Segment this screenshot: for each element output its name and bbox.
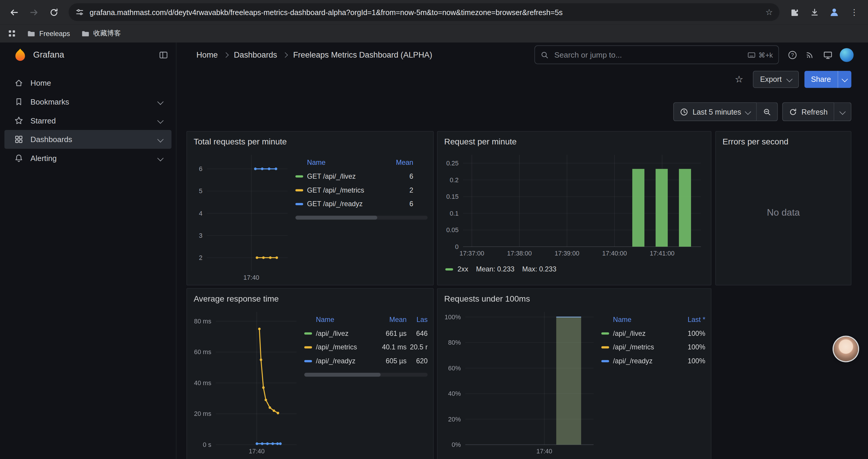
sidebar-item-home[interactable]: Home — [4, 73, 172, 93]
legend-value: 620 — [406, 357, 428, 365]
series-color-marker — [304, 332, 312, 334]
legend-row[interactable]: GET /api/_/readyz6 — [296, 197, 428, 211]
download-button[interactable] — [805, 3, 824, 22]
legend-series-name: /api/_/readyz — [613, 357, 667, 365]
legend-scrollbar[interactable] — [304, 373, 428, 376]
sidebar-item-label: Starred — [30, 116, 56, 125]
folder-icon — [27, 29, 35, 37]
chart-request-per-minute[interactable]: 17:37:0017:38:0017:39:0017:40:0017:41:00… — [443, 150, 706, 262]
svg-text:0 s: 0 s — [203, 441, 212, 448]
panel-title[interactable]: Errors per second — [716, 132, 851, 151]
back-button[interactable] — [4, 3, 23, 22]
forward-button[interactable] — [24, 3, 43, 22]
chevron-down-icon[interactable] — [157, 136, 163, 142]
url-text[interactable]: grafana.mathmast.com/d/deytv4rwavabkb/fr… — [90, 8, 760, 16]
floating-avatar[interactable] — [834, 337, 858, 361]
legend-scrollbar-thumb[interactable] — [304, 373, 381, 376]
svg-text:17:41:00: 17:41:00 — [650, 250, 675, 257]
extensions-button[interactable] — [785, 3, 804, 22]
reload-button[interactable] — [44, 3, 63, 22]
refresh-interval-button[interactable] — [834, 102, 851, 121]
keyboard-icon — [747, 51, 756, 58]
legend-column-header[interactable]: Name — [296, 159, 383, 166]
help-button[interactable]: ? — [783, 45, 801, 64]
svg-text:3: 3 — [199, 232, 203, 239]
svg-text:17:40: 17:40 — [536, 448, 552, 455]
display-monitor-button[interactable] — [819, 45, 836, 64]
bookmark-icon — [14, 97, 23, 106]
legend-column-header[interactable]: Mean — [383, 159, 413, 166]
site-info-icon[interactable] — [75, 8, 84, 17]
legend-row[interactable]: GET /api/_/livez6 — [296, 169, 428, 183]
legend-row[interactable]: /api/_/metrics100% — [601, 340, 705, 354]
news-rss-button[interactable] — [801, 45, 819, 64]
address-bar[interactable]: grafana.mathmast.com/d/deytv4rwavabkb/fr… — [68, 3, 779, 21]
browser-menu-button[interactable]: ⋮ — [845, 3, 864, 22]
svg-text:2: 2 — [199, 254, 203, 261]
breadcrumb-home[interactable]: Home — [196, 50, 218, 59]
collapse-sidebar-icon[interactable] — [159, 50, 168, 59]
share-button[interactable]: Share — [804, 71, 838, 88]
breadcrumb-separator-icon — [223, 52, 229, 58]
legend-column-header[interactable]: Mean — [371, 316, 406, 323]
legend-column-header[interactable]: Last * — [666, 316, 705, 323]
sidebar-item-dashboards[interactable]: Dashboards — [4, 130, 172, 149]
legend-series-name: GET /api/_/metrics — [307, 186, 383, 194]
legend-row[interactable]: /api/_/livez100% — [601, 326, 705, 340]
search-bar[interactable]: ⌘+k — [534, 45, 779, 64]
brand-title: Grafana — [33, 50, 64, 60]
legend-request-per-minute[interactable]: 2xxMean: 0.233Max: 0.233 — [443, 262, 706, 277]
chart-requests-under-100ms[interactable]: 17:40100%80%60%40%20%0% — [443, 307, 598, 459]
chevron-down-icon[interactable] — [157, 155, 163, 161]
favorite-star-icon[interactable]: ☆ — [731, 73, 747, 85]
legend-row[interactable]: /api/_/readyz605 µs620 — [304, 354, 428, 368]
forward-icon — [29, 7, 38, 17]
panel-title[interactable]: Average response time — [187, 289, 433, 307]
panel-title[interactable]: Total requests per minute — [187, 132, 433, 151]
panel-title[interactable]: Request per minute — [438, 132, 711, 151]
legend-series-name[interactable]: 2xx — [458, 266, 468, 273]
export-button[interactable]: Export — [753, 71, 799, 88]
bookmark-star-icon[interactable]: ☆ — [766, 7, 773, 17]
profile-button[interactable] — [825, 3, 844, 22]
bookmark-folder-blogs[interactable]: 收藏博客 — [81, 29, 121, 38]
legend-column-header[interactable]: Name — [304, 316, 371, 323]
search-input[interactable] — [553, 50, 743, 60]
chevron-down-icon[interactable] — [157, 99, 163, 105]
sidebar-item-alerting[interactable]: Alerting — [4, 149, 172, 168]
zoom-out-icon — [763, 107, 771, 116]
sidebar-item-starred[interactable]: Starred — [4, 111, 172, 130]
svg-text:40 ms: 40 ms — [194, 380, 212, 387]
bookmark-folder-freeleaps[interactable]: Freeleaps — [27, 29, 70, 37]
zoom-out-button[interactable] — [756, 102, 778, 121]
svg-text:5: 5 — [199, 188, 203, 195]
screen: grafana.mathmast.com/d/deytv4rwavabkb/fr… — [0, 0, 868, 459]
svg-text:0: 0 — [455, 243, 459, 251]
series-color-marker — [304, 346, 312, 348]
browser-toolbar: grafana.mathmast.com/d/deytv4rwavabkb/fr… — [0, 0, 868, 24]
legend-row[interactable]: /api/_/livez661 µs646 — [304, 326, 428, 340]
user-avatar[interactable] — [840, 48, 854, 62]
series-color-marker — [296, 175, 303, 177]
apps-grid-icon[interactable] — [8, 29, 16, 37]
folder-icon — [81, 29, 89, 37]
time-range-picker[interactable]: Last 5 minutes — [673, 102, 756, 121]
legend-row[interactable]: GET /api/_/metrics2 — [296, 183, 428, 197]
legend-row[interactable]: /api/_/readyz100% — [601, 354, 705, 368]
share-menu-button[interactable] — [838, 71, 851, 88]
sidebar-item-bookmarks[interactable]: Bookmarks — [4, 93, 172, 111]
legend-value: 605 µs — [371, 357, 406, 365]
legend-scrollbar[interactable] — [296, 216, 428, 220]
breadcrumb-dashboards[interactable]: Dashboards — [234, 50, 277, 59]
refresh-button[interactable]: Refresh — [782, 102, 834, 121]
grafana-logo[interactable] — [13, 48, 27, 62]
panel-title[interactable]: Requests under 100ms — [438, 289, 711, 307]
legend-row[interactable]: /api/_/metrics40.1 ms20.5 r — [304, 340, 428, 354]
chart-average-response-time[interactable]: 17:4080 ms60 ms40 ms20 ms0 s — [193, 307, 301, 459]
legend-scrollbar-thumb[interactable] — [296, 216, 377, 220]
chart-total-requests[interactable]: 17:4065432 — [193, 150, 292, 285]
export-label: Export — [760, 75, 782, 83]
legend-column-header[interactable]: Name — [601, 316, 666, 323]
legend-column-header[interactable]: Las — [406, 316, 428, 323]
chevron-down-icon[interactable] — [157, 118, 163, 124]
